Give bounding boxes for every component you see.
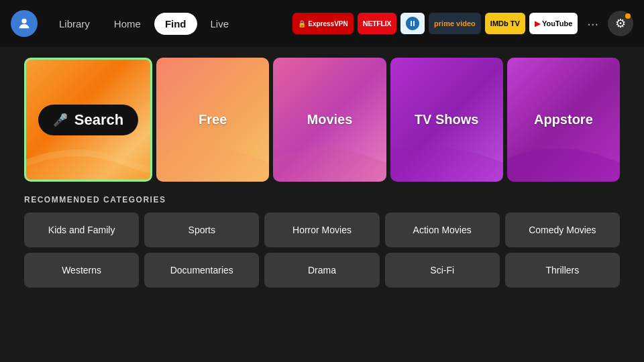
app-netflix[interactable]: NETFLIX (358, 13, 396, 34)
cat-sci-fi[interactable]: Sci-Fi (385, 253, 500, 288)
tile-tvshows-label: TV Shows (415, 112, 479, 127)
mic-icon: 🎤 (53, 113, 68, 127)
tile-movies[interactable]: Movies (273, 58, 386, 182)
nav-home[interactable]: Home (103, 13, 152, 35)
cat-horror-movies[interactable]: Horror Movies (264, 213, 379, 247)
nav-links: Library Home Find Live (48, 13, 239, 35)
search-pill: 🎤 Search (38, 105, 138, 135)
top-nav: Library Home Find Live 🔒 ExpressVPN NETF… (0, 0, 644, 47)
search-tile-label: Search (74, 111, 123, 129)
cat-action-movies[interactable]: Action Movies (385, 213, 500, 247)
cat-sports[interactable]: Sports (144, 213, 259, 247)
cat-westerns[interactable]: Westerns (24, 253, 139, 288)
nav-find[interactable]: Find (154, 13, 197, 35)
tile-free-label: Free (199, 112, 227, 127)
category-tiles: 🎤 Search Free Movies TV Shows (24, 58, 620, 182)
settings-button[interactable]: ⚙ (608, 11, 633, 36)
app-youtube[interactable]: ▶ YouTube (529, 13, 578, 34)
main-content: 🎤 Search Free Movies TV Shows (0, 47, 644, 298)
tile-appstore-label: Appstore (534, 112, 593, 127)
tile-appstore[interactable]: Appstore (507, 58, 620, 182)
tile-search[interactable]: 🎤 Search (24, 58, 152, 182)
tile-free[interactable]: Free (156, 58, 269, 182)
app-imdbtv[interactable]: IMDb TV (485, 13, 525, 34)
cat-kids-and-family[interactable]: Kids and Family (24, 213, 139, 247)
cat-drama[interactable]: Drama (264, 253, 379, 288)
cat-comedy-movies[interactable]: Comedy Movies (505, 213, 620, 247)
app-freefire[interactable] (400, 13, 425, 34)
tile-movies-label: Movies (307, 112, 353, 127)
app-primevideo[interactable]: prime video (429, 13, 481, 34)
tile-tvshows[interactable]: TV Shows (390, 58, 503, 182)
category-grid: Kids and Family Sports Horror Movies Act… (24, 213, 620, 288)
nav-library[interactable]: Library (48, 13, 101, 35)
nav-apps: 🔒 ExpressVPN NETFLIX prime video IMDb TV… (292, 11, 633, 36)
recommended-label: RECOMMENDED CATEGORIES (24, 195, 620, 204)
app-expressvpn[interactable]: 🔒 ExpressVPN (292, 13, 353, 34)
user-avatar[interactable] (11, 10, 38, 37)
settings-notification-dot (625, 13, 631, 19)
more-apps-button[interactable]: ··· (582, 13, 604, 34)
cat-documentaries[interactable]: Documentaries (144, 253, 259, 288)
svg-point-0 (21, 19, 26, 23)
cat-thrillers[interactable]: Thrillers (505, 253, 620, 288)
nav-live[interactable]: Live (200, 13, 240, 35)
